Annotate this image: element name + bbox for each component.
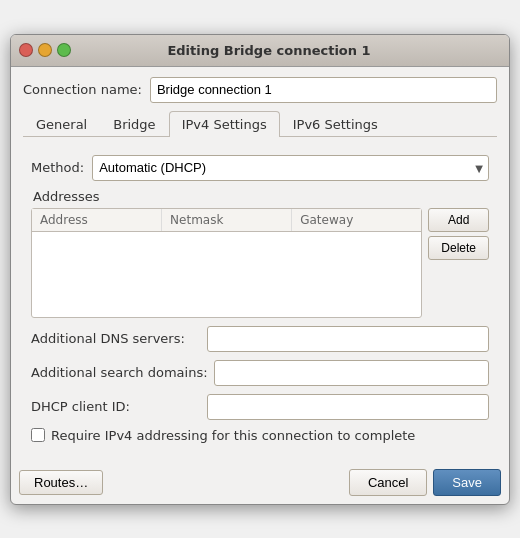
titlebar: Editing Bridge connection 1 (11, 35, 509, 67)
search-domains-row: Additional search domains: (31, 360, 489, 386)
dhcp-client-id-label: DHCP client ID: (31, 399, 201, 414)
dns-servers-input[interactable] (207, 326, 489, 352)
save-button[interactable]: Save (433, 469, 501, 496)
addresses-label: Addresses (31, 189, 489, 204)
ipv4-settings-panel: Method: Automatic (DHCP) Automatic (DHCP… (23, 145, 497, 453)
require-ipv4-row: Require IPv4 addressing for this connect… (31, 428, 489, 443)
content-area: Connection name: General Bridge IPv4 Set… (11, 67, 509, 463)
close-button[interactable] (19, 43, 33, 57)
method-select[interactable]: Automatic (DHCP) Automatic (DHCP) addres… (92, 155, 489, 181)
search-domains-input[interactable] (214, 360, 489, 386)
minimize-button[interactable] (38, 43, 52, 57)
action-buttons: Cancel Save (349, 469, 501, 496)
tab-bar: General Bridge IPv4 Settings IPv6 Settin… (23, 111, 497, 137)
require-ipv4-checkbox[interactable] (31, 428, 45, 442)
tab-bridge[interactable]: Bridge (100, 111, 168, 137)
method-row: Method: Automatic (DHCP) Automatic (DHCP… (31, 155, 489, 181)
connection-name-input[interactable] (150, 77, 497, 103)
method-select-wrapper: Automatic (DHCP) Automatic (DHCP) addres… (92, 155, 489, 181)
maximize-button[interactable] (57, 43, 71, 57)
method-label: Method: (31, 160, 84, 175)
dhcp-client-id-input[interactable] (207, 394, 489, 420)
tab-ipv4[interactable]: IPv4 Settings (169, 111, 280, 137)
main-window: Editing Bridge connection 1 Connection n… (10, 34, 510, 505)
routes-button[interactable]: Routes… (19, 470, 103, 495)
window-controls (19, 43, 71, 57)
search-domains-label: Additional search domains: (31, 365, 208, 380)
table-body (32, 232, 421, 312)
tab-ipv6[interactable]: IPv6 Settings (280, 111, 391, 137)
col-gateway: Gateway (292, 209, 421, 231)
connection-name-row: Connection name: (23, 77, 497, 103)
bottom-bar: Routes… Cancel Save (11, 463, 509, 504)
require-ipv4-label: Require IPv4 addressing for this connect… (51, 428, 415, 443)
dns-servers-row: Additional DNS servers: (31, 326, 489, 352)
addresses-section: Addresses Address Netmask Gateway Add De… (31, 189, 489, 318)
connection-name-label: Connection name: (23, 82, 142, 97)
table-header: Address Netmask Gateway (32, 209, 421, 232)
address-buttons: Add Delete (428, 208, 489, 318)
col-address: Address (32, 209, 162, 231)
dns-servers-label: Additional DNS servers: (31, 331, 201, 346)
cancel-button[interactable]: Cancel (349, 469, 427, 496)
delete-address-button[interactable]: Delete (428, 236, 489, 260)
dhcp-client-id-row: DHCP client ID: (31, 394, 489, 420)
addresses-table: Address Netmask Gateway (31, 208, 422, 318)
col-netmask: Netmask (162, 209, 292, 231)
tab-general[interactable]: General (23, 111, 100, 137)
addresses-table-wrapper: Address Netmask Gateway Add Delete (31, 208, 489, 318)
add-address-button[interactable]: Add (428, 208, 489, 232)
window-title: Editing Bridge connection 1 (79, 43, 459, 58)
